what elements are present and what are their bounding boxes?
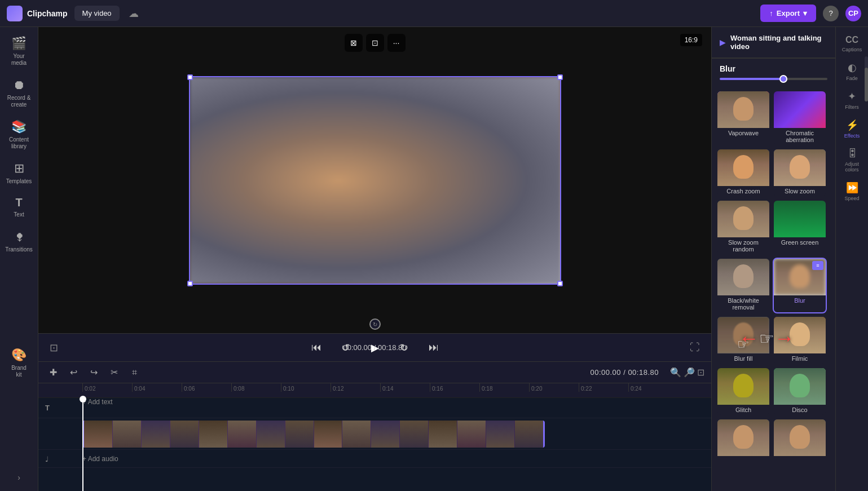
add-clip-button[interactable]: ✚ <box>45 365 61 381</box>
cut-button[interactable]: ✂ <box>106 365 122 381</box>
effect-blur-fill[interactable]: ☞ Blur fill <box>717 317 769 364</box>
brand-icon: 🎨 <box>11 348 27 362</box>
left-sidebar: 🎬 Your media ⏺ Record &create 📚 Contentl… <box>0 27 38 491</box>
undo-button[interactable]: ↩ <box>65 365 81 381</box>
clip-thumb-14 <box>457 421 486 448</box>
clip-thumb-13 <box>429 421 457 448</box>
zoom-in-button[interactable]: 🔎 <box>684 367 695 378</box>
resize-handle-bl[interactable] <box>187 281 193 286</box>
video-clip[interactable] <box>82 421 545 448</box>
effect-more-1[interactable] <box>717 419 769 459</box>
blur-slider-container <box>720 78 827 80</box>
tick-6: 0:14 <box>380 383 430 392</box>
tick-8: 0:18 <box>479 383 529 392</box>
preview-toolbar: ⊠ ⊡ ··· <box>345 34 406 52</box>
fr-item-captions[interactable]: CC Captions <box>838 32 867 56</box>
audio-icon: ♩ <box>45 455 49 463</box>
effect-disco[interactable]: Disco <box>774 368 826 415</box>
more1-thumb <box>717 419 769 456</box>
fit-timeline-button[interactable]: ⊡ <box>697 367 704 378</box>
tick-11: 0:24 <box>628 383 678 392</box>
effect-bw-removal[interactable]: Black/white removal <box>717 259 769 312</box>
tick-0: 0:02 <box>82 383 132 392</box>
video-track-row <box>38 418 711 450</box>
blurfill-thumb: ☞ <box>717 317 769 353</box>
panel-header: ▶ Woman sitting and talking video <box>712 27 835 58</box>
add-audio-button[interactable]: + Add audio <box>82 455 118 463</box>
effect-crash-zoom[interactable]: Crash zoom <box>717 149 769 196</box>
tick-1: 0:04 <box>132 383 182 392</box>
effect-glitch[interactable]: Glitch <box>717 368 769 415</box>
split-button[interactable]: ⌗ <box>126 365 142 381</box>
fr-item-speed[interactable]: ⏩ Speed <box>838 178 867 205</box>
timeline-area: ✚ ↩ ↪ ✂ ⌗ 00:00.00 / 00:18.80 🔍 🔎 ⊡ <box>38 361 711 491</box>
fullscreen-button[interactable]: ⛶ <box>690 342 700 353</box>
fit-button[interactable]: ⊡ <box>366 34 384 52</box>
rewind-button[interactable]: ↺ <box>337 339 355 357</box>
add-text-button[interactable]: + Add text <box>82 398 113 406</box>
sidebar-item-your-media[interactable]: 🎬 Your media <box>2 32 36 71</box>
blur-label: Blur <box>774 295 826 306</box>
effect-slow-zoom-random[interactable]: Slow zoom random <box>717 201 769 254</box>
blurfill-label: Blur fill <box>717 353 769 364</box>
chromatic-thumb <box>774 91 826 128</box>
sidebar-item-brand-kit[interactable]: 🎨 Brandkit <box>2 343 36 383</box>
sidebar-item-transitions[interactable]: ⧭ Transitions <box>2 225 36 258</box>
blur-slider[interactable] <box>720 78 827 80</box>
resize-handle-tl[interactable] <box>187 74 193 80</box>
resize-handle-br[interactable] <box>557 281 563 286</box>
clip-thumb-16 <box>515 421 543 448</box>
forward-button[interactable]: ↻ <box>395 339 413 357</box>
effect-green-screen[interactable]: Green screen <box>774 201 826 254</box>
effect-more-2[interactable] <box>774 419 826 459</box>
skip-back-button[interactable]: ⏮ <box>307 339 325 357</box>
speed-label: Speed <box>844 196 859 201</box>
effects-grid: Vaporwave Chromatic aberration Crash zoo… <box>712 86 835 465</box>
my-video-tab[interactable]: My video <box>74 6 120 21</box>
crop-button[interactable]: ⊠ <box>345 34 363 52</box>
sidebar-expand-btn[interactable]: › <box>13 468 25 486</box>
logo-icon <box>7 6 23 21</box>
skip-forward-button[interactable]: ⏭ <box>425 339 443 357</box>
redo-button[interactable]: ↪ <box>86 365 102 381</box>
tick-7: 0:16 <box>430 383 479 392</box>
fr-item-filters[interactable]: ✦ Filters <box>838 87 867 113</box>
right-panel: ▶ Woman sitting and talking video Blur V… <box>711 27 835 491</box>
fr-item-effects[interactable]: ⚡ Effects <box>838 116 867 142</box>
sidebar-item-templates[interactable]: ⊞ Templates <box>2 157 36 189</box>
clip-thumb-9 <box>314 421 342 448</box>
play-button[interactable]: ▶ <box>366 339 384 357</box>
effect-filmic[interactable]: Filmic <box>774 317 826 364</box>
fade-label: Fade <box>846 76 858 81</box>
fr-item-fade[interactable]: ◐ Fade <box>838 58 867 85</box>
fr-item-adjust-colors[interactable]: 🎛 Adjust colors <box>838 144 867 176</box>
help-button[interactable]: ? <box>823 6 839 21</box>
playhead-knob <box>80 396 86 402</box>
sidebar-item-record-create[interactable]: ⏺ Record &create <box>2 73 36 113</box>
rotation-handle[interactable]: ↻ <box>369 319 381 330</box>
effect-blur[interactable]: ≡ Blur <box>774 259 826 312</box>
sidebar-item-content-library[interactable]: 📚 Contentlibrary <box>2 115 36 154</box>
more-button[interactable]: ··· <box>387 34 406 52</box>
video-blur-overlay <box>190 77 560 284</box>
playhead <box>82 398 83 491</box>
sidebar-item-text[interactable]: T Text <box>2 192 36 223</box>
avatar[interactable]: CP <box>845 6 861 21</box>
caption-toggle-button[interactable]: ⊡ <box>50 342 58 354</box>
zoom-out-button[interactable]: 🔍 <box>670 367 681 378</box>
main-area: 🎬 Your media ⏺ Record &create 📚 Contentl… <box>0 27 868 491</box>
effect-chromatic[interactable]: Chromatic aberration <box>774 91 826 145</box>
clip-thumb-8 <box>285 421 314 448</box>
crashzoom-thumb <box>717 149 769 186</box>
timeline-toolbar: ✚ ↩ ↪ ✂ ⌗ 00:00.00 / 00:18.80 🔍 🔎 ⊡ <box>38 362 711 383</box>
sidebar-label-brand: Brandkit <box>11 365 27 378</box>
effect-slow-zoom[interactable]: Slow zoom <box>774 149 826 196</box>
export-button[interactable]: ↑ Export ▾ <box>760 5 816 22</box>
crashzoom-label: Crash zoom <box>717 186 769 196</box>
resize-handle-tr[interactable] <box>557 74 563 80</box>
effect-vaporwave[interactable]: Vaporwave <box>717 91 769 145</box>
speed-icon: ⏩ <box>846 182 858 194</box>
vaporwave-label: Vaporwave <box>717 128 769 138</box>
clip-thumb-7 <box>257 421 285 448</box>
topbar: Clipchamp My video ☁ ↑ Export ▾ ? CP <box>0 0 868 27</box>
